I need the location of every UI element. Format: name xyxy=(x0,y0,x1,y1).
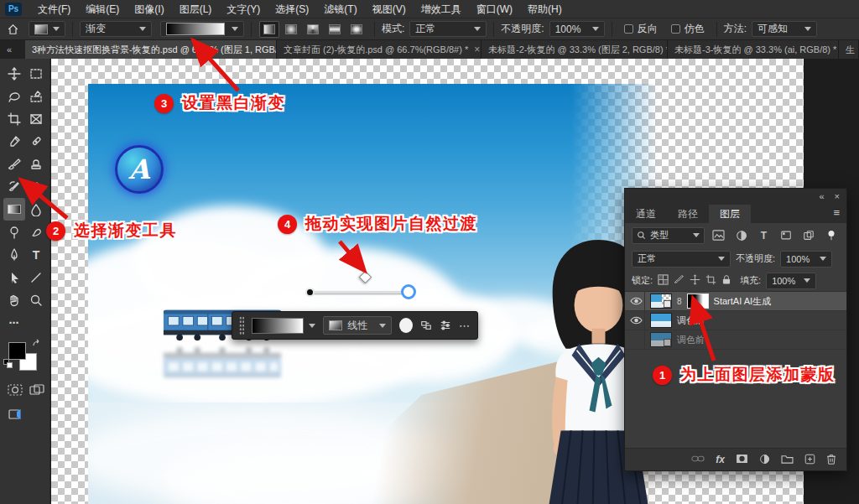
menu-type[interactable]: 文字(Y) xyxy=(219,0,268,18)
menu-filter[interactable]: 滤镜(T) xyxy=(316,0,364,18)
drag-handle-icon[interactable] xyxy=(239,316,244,335)
eyedropper-tool[interactable] xyxy=(3,130,25,153)
lock-transparency-icon[interactable] xyxy=(658,274,669,287)
opacity-select[interactable]: 100% xyxy=(549,21,605,37)
layer-thumbnail[interactable] xyxy=(650,332,672,347)
brush-tool[interactable] xyxy=(3,153,25,175)
link-layers-icon[interactable] xyxy=(691,455,705,465)
layer-name[interactable]: 调色后 xyxy=(677,314,843,327)
gradient-end-handle[interactable] xyxy=(401,284,416,299)
home-button[interactable] xyxy=(0,23,25,35)
collapse-panel-icon[interactable]: « xyxy=(819,191,824,201)
healing-brush-tool[interactable] xyxy=(25,130,47,153)
tab-channels[interactable]: 通道 xyxy=(625,205,667,223)
menu-file[interactable]: 文件(F) xyxy=(30,0,78,18)
dither-checkbox[interactable]: 仿色 xyxy=(671,22,705,36)
rectangular-marquee-tool[interactable] xyxy=(25,62,47,85)
layer-filter-type-select[interactable]: 类型 xyxy=(632,227,705,244)
close-icon[interactable]: × xyxy=(474,40,480,59)
tab-doc-4[interactable]: 未标题-3-恢复的 @ 33.3% (ai, RGB/8) * × xyxy=(668,40,839,59)
move-tool[interactable] xyxy=(3,62,25,85)
gradient-drag-line[interactable] xyxy=(310,291,409,294)
share-button[interactable] xyxy=(7,407,23,422)
delete-layer-icon[interactable] xyxy=(826,454,836,466)
gradient-mode-select[interactable]: 渐变 xyxy=(80,21,152,37)
visibility-toggle[interactable] xyxy=(628,311,645,330)
crop-tool[interactable] xyxy=(3,107,25,130)
layer-mask-thumbnail[interactable] xyxy=(687,294,709,309)
layer-thumbnail[interactable] xyxy=(650,294,672,309)
path-selection-tool[interactable] xyxy=(3,266,25,288)
menu-layer[interactable]: 图层(L) xyxy=(172,0,220,18)
filter-toggle-pin-icon[interactable] xyxy=(822,228,840,243)
tab-paths[interactable]: 路径 xyxy=(667,205,709,223)
add-mask-icon[interactable] xyxy=(736,454,748,465)
gradient-settings-icon[interactable] xyxy=(440,319,451,332)
layer-row-before-color[interactable]: 调色前 xyxy=(625,330,846,350)
menu-window[interactable]: 窗口(W) xyxy=(469,0,520,18)
new-adjustment-layer-icon[interactable] xyxy=(759,454,770,466)
gradient-start-handle[interactable] xyxy=(305,288,315,297)
gradient-type-select[interactable]: 线性 xyxy=(323,316,392,335)
layer-thumbnail[interactable] xyxy=(650,313,672,328)
menu-view[interactable]: 视图(V) xyxy=(365,0,414,18)
tab-layers[interactable]: 图层 xyxy=(709,205,751,223)
blend-mode-select[interactable]: 正常 xyxy=(409,21,487,37)
menu-plugins[interactable]: 增效工具 xyxy=(414,0,469,18)
quick-mask-button[interactable] xyxy=(7,382,23,397)
layer-style-icon[interactable]: fx xyxy=(716,454,725,465)
layer-blend-mode-select[interactable]: 正常 xyxy=(632,251,731,268)
object-selection-tool[interactable] xyxy=(25,85,47,107)
reverse-checkbox[interactable]: 反向 xyxy=(624,22,658,36)
menu-edit[interactable]: 编辑(E) xyxy=(78,0,127,18)
more-options-icon[interactable]: ⋯ xyxy=(459,320,471,332)
new-group-icon[interactable] xyxy=(781,454,794,465)
color-stop-button[interactable] xyxy=(399,318,413,333)
filter-shape-layers-icon[interactable] xyxy=(778,228,795,243)
tab-doc-2[interactable]: 文章封面 (2)-恢复的.psd @ 66.7%(RGB/8#) * × xyxy=(277,40,482,59)
pen-tool[interactable] xyxy=(3,243,25,266)
frame-tool[interactable] xyxy=(25,107,47,130)
layer-row-after-color[interactable]: 调色后 xyxy=(625,311,846,330)
panel-menu-icon[interactable]: ≡ xyxy=(833,206,840,219)
angle-gradient-button[interactable] xyxy=(303,21,323,38)
lock-pixels-icon[interactable] xyxy=(674,274,685,287)
menu-help[interactable]: 帮助(H) xyxy=(520,0,570,18)
default-colors-icon[interactable] xyxy=(3,359,13,369)
menu-select[interactable]: 选择(S) xyxy=(268,0,316,18)
history-brush-tool[interactable] xyxy=(3,175,25,198)
swap-colors-icon[interactable] xyxy=(32,339,42,351)
filter-pixel-layers-icon[interactable] xyxy=(710,228,727,243)
layer-name[interactable]: StartAI AI生成 xyxy=(714,295,843,308)
collapse-panels-icon[interactable]: « xyxy=(0,40,25,59)
layer-row-startai[interactable]: 8 StartAI AI生成 xyxy=(625,292,846,311)
smudge-tool[interactable] xyxy=(25,221,47,243)
layer-opacity-select[interactable]: 100% xyxy=(780,251,832,268)
filter-smart-objects-icon[interactable] xyxy=(799,228,817,243)
dodge-tool[interactable] xyxy=(3,221,25,243)
zoom-tool[interactable] xyxy=(25,288,47,311)
lock-all-icon[interactable] xyxy=(721,274,731,287)
layer-name[interactable]: 调色前 xyxy=(677,334,843,346)
gradient-picker[interactable] xyxy=(160,21,244,37)
clone-stamp-tool[interactable] xyxy=(25,153,47,175)
line-tool[interactable] xyxy=(25,266,47,288)
gradient-tool[interactable] xyxy=(3,198,25,221)
method-select[interactable]: 可感知 xyxy=(752,21,817,37)
tab-doc-3[interactable]: 未标题-2-恢复的 @ 33.3% (图层 2, RGB/8) * × xyxy=(482,40,668,59)
tab-doc-5[interactable]: 生 xyxy=(839,40,859,59)
more-tools-button[interactable]: ⋯ xyxy=(3,311,25,334)
filter-type-layers-icon[interactable]: T xyxy=(755,228,773,243)
tool-preset-picker[interactable] xyxy=(29,21,65,37)
lock-position-icon[interactable] xyxy=(690,274,700,287)
tab-doc-1[interactable]: 3种方法快速抠图换背景-恢复的.psd @ 66.7% (图层 1, RGB/8… xyxy=(25,40,277,59)
lasso-tool[interactable] xyxy=(3,85,25,107)
type-tool[interactable]: T xyxy=(25,243,47,266)
close-panel-icon[interactable]: × xyxy=(835,191,840,201)
menu-image[interactable]: 图像(I) xyxy=(127,0,171,18)
gradient-swatch-dropdown[interactable] xyxy=(252,318,315,334)
eraser-tool[interactable] xyxy=(25,175,47,198)
linear-gradient-button[interactable] xyxy=(259,21,279,38)
foreground-color-swatch[interactable] xyxy=(8,342,26,360)
lock-artboard-icon[interactable] xyxy=(705,274,716,287)
